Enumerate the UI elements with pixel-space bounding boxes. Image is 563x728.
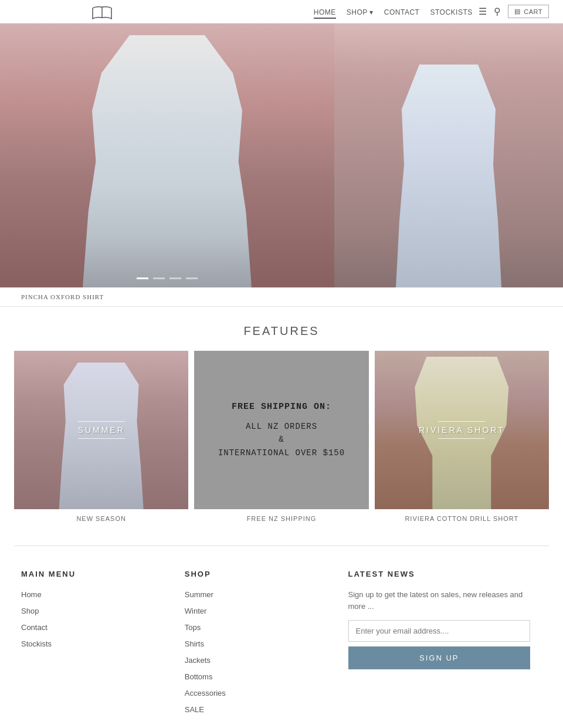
hero-side-figure [334,23,563,287]
newsletter-desc: Sign up to get the latest on sales, new … [348,589,531,612]
riviera-caption: RIVIERA COTTON DRILL SHORT [375,509,549,528]
footer-link-home[interactable]: Home [21,590,42,599]
footer-shop-summer[interactable]: Summer [185,589,337,600]
footer-shop-bottoms[interactable]: Bottoms [185,671,337,682]
newsletter-email-input[interactable] [348,620,531,642]
hero-dot-3[interactable] [169,277,181,279]
hero-side-image [334,23,563,287]
footer-menu-shop[interactable]: Shop [21,605,173,616]
footer-link-stockists[interactable]: Stockists [21,639,52,648]
footer-shop: SHOP Summer Winter Tops Shirts Jackets B… [185,570,348,720]
nav-link-shop[interactable]: SHOP ▾ [347,8,374,16]
footer: MAIN MENU Home Shop Contact Stockists SH… [0,546,563,728]
footer-link-shop[interactable]: Shop [21,607,39,615]
footer-link-jackets[interactable]: Jackets [185,656,211,665]
hero-dot-4[interactable] [186,277,198,279]
footer-menu-stockists[interactable]: Stockists [21,638,173,649]
feature-card-riviera[interactable]: RIVIERA SHORT RIVIERA COTTON DRILL SHORT [375,351,549,528]
feature-shipping-image: FREE SHIPPING ON: ALL NZ ORDERS & INTERN… [194,351,368,509]
nav-icons: ☰ ⚲ ▤ CART [479,5,549,18]
summer-label-line-bottom [78,438,125,439]
footer-main-menu-list: Home Shop Contact Stockists [21,589,173,649]
features-title: FEATURES [14,324,549,338]
footer-link-shirts[interactable]: Shirts [185,639,204,648]
footer-link-summer[interactable]: Summer [185,590,213,599]
footer-link-tops[interactable]: Tops [185,623,201,632]
riviera-label-text: RIVIERA SHORT [419,425,505,435]
nav-item-contact[interactable]: CONTACT [384,6,420,17]
footer-shop-list: Summer Winter Tops Shirts Jackets Bottom… [185,589,337,715]
footer-news-title: LATEST NEWS [348,570,531,578]
navbar: STEADFAST® AND TRUE THE INSPIRED CRAFT'S… [0,0,563,23]
feature-summer-image: SUMMER [14,351,188,509]
summer-label-text: SUMMER [78,425,125,435]
nav-links: HOME SHOP ▾ CONTACT STOCKISTS [314,6,473,17]
footer-shop-jackets[interactable]: Jackets [185,655,337,665]
riviera-label-box: RIVIERA SHORT [419,421,505,439]
nav-item-shop[interactable]: SHOP ▾ [347,6,374,17]
cart-icon: ▤ [514,8,521,15]
shipping-content: FREE SHIPPING ON: ALL NZ ORDERS & INTERN… [206,389,357,471]
nav-link-contact[interactable]: CONTACT [384,8,420,16]
summer-label-box: SUMMER [78,421,125,439]
footer-menu-contact[interactable]: Contact [21,622,173,632]
hero-main-bg [0,23,334,287]
footer-shop-title: SHOP [185,570,337,578]
footer-main-menu: MAIN MENU Home Shop Contact Stockists [21,570,185,720]
nav-link-home[interactable]: HOME [314,8,336,19]
feature-summer-overlay: SUMMER [14,351,188,509]
summer-label-line-top [78,421,125,422]
footer-link-winter[interactable]: Winter [185,607,207,615]
footer-shop-accessories[interactable]: Accessories [185,688,337,698]
user-icon[interactable]: ☰ [479,6,487,17]
shipping-line3: & [218,433,345,446]
summer-caption: NEW SEASON [14,509,188,528]
hero-main-figure [0,23,334,287]
feature-card-summer[interactable]: SUMMER NEW SEASON [14,351,188,528]
shipping-line2: ALL NZ ORDERS [218,420,345,433]
features-section: FEATURES SUMMER NEW SEASON FREE SHIPP [0,307,563,546]
cart-button[interactable]: ▤ CART [508,5,549,18]
footer-main-menu-title: MAIN MENU [21,570,173,578]
feature-card-shipping: FREE SHIPPING ON: ALL NZ ORDERS & INTERN… [194,351,368,528]
hero-dot-1[interactable] [137,277,148,279]
footer-shop-shirts[interactable]: Shirts [185,638,337,649]
footer-link-contact[interactable]: Contact [21,623,48,632]
footer-link-sale[interactable]: SALE [185,705,204,714]
hero-dots [137,277,198,279]
newsletter-signup-button[interactable]: SIGN UP [348,646,531,669]
nav-item-stockists[interactable]: STOCKISTS [430,6,472,17]
riviera-label-line-top [438,421,485,422]
footer-shop-sale[interactable]: SALE [185,704,337,715]
nav-item-home[interactable]: HOME [314,6,336,17]
hero-dot-2[interactable] [153,277,165,279]
search-icon[interactable]: ⚲ [494,6,501,17]
footer-menu-home[interactable]: Home [21,589,173,600]
nav-link-stockists[interactable]: STOCKISTS [430,8,472,16]
footer-shop-tops[interactable]: Tops [185,622,337,632]
feature-riviera-overlay: RIVIERA SHORT [375,351,549,509]
shipping-line4: INTERNATIONAL OVER $150 [218,446,345,459]
logo-book-icon [91,5,113,21]
hero-caption: PINCHA OXFORD SHIRT [0,287,563,307]
features-grid: SUMMER NEW SEASON FREE SHIPPING ON: ALL … [14,351,549,528]
hero-main-image [0,23,334,287]
cart-label: CART [524,8,542,15]
footer-shop-winter[interactable]: Winter [185,605,337,616]
riviera-label-line-bottom [438,438,485,439]
footer-link-bottoms[interactable]: Bottoms [185,672,213,681]
footer-columns: MAIN MENU Home Shop Contact Stockists SH… [21,570,542,720]
hero-section [0,23,563,287]
feature-riviera-image: RIVIERA SHORT [375,351,549,509]
shipping-caption: FREE NZ SHIPPING [194,509,368,528]
footer-newsletter: LATEST NEWS Sign up to get the latest on… [348,570,542,720]
shipping-line1: FREE SHIPPING ON: [218,401,345,413]
footer-link-accessories[interactable]: Accessories [185,689,226,697]
